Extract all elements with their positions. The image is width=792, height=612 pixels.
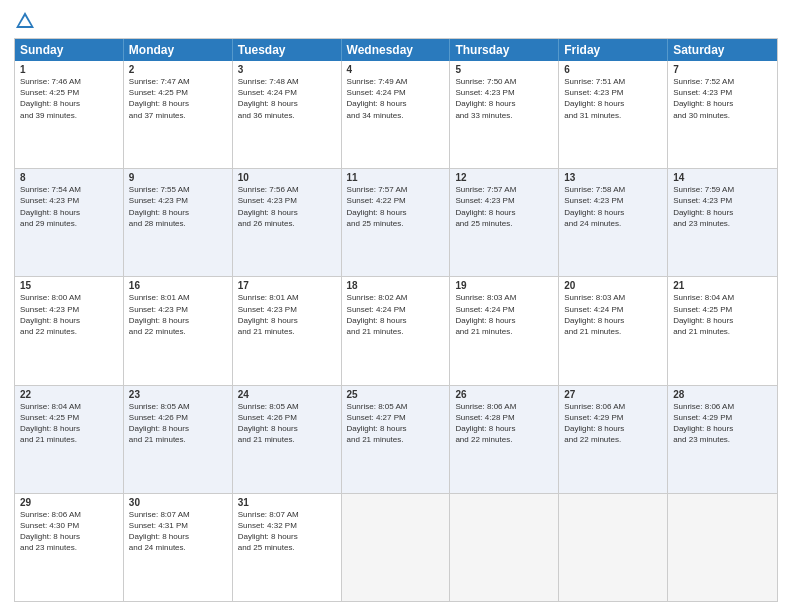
day-cell-25: 25Sunrise: 8:05 AM Sunset: 4:27 PM Dayli… <box>342 386 451 493</box>
day-info: Sunrise: 8:07 AM Sunset: 4:31 PM Dayligh… <box>129 509 227 554</box>
day-info: Sunrise: 8:07 AM Sunset: 4:32 PM Dayligh… <box>238 509 336 554</box>
day-info: Sunrise: 7:56 AM Sunset: 4:23 PM Dayligh… <box>238 184 336 229</box>
day-info: Sunrise: 7:50 AM Sunset: 4:23 PM Dayligh… <box>455 76 553 121</box>
day-info: Sunrise: 8:03 AM Sunset: 4:24 PM Dayligh… <box>455 292 553 337</box>
weekday-header-sunday: Sunday <box>15 39 124 61</box>
day-info: Sunrise: 8:05 AM Sunset: 4:27 PM Dayligh… <box>347 401 445 446</box>
day-cell-3: 3Sunrise: 7:48 AM Sunset: 4:24 PM Daylig… <box>233 61 342 168</box>
day-number: 5 <box>455 64 553 75</box>
day-number: 24 <box>238 389 336 400</box>
day-number: 3 <box>238 64 336 75</box>
day-cell-22: 22Sunrise: 8:04 AM Sunset: 4:25 PM Dayli… <box>15 386 124 493</box>
calendar-week-2: 8Sunrise: 7:54 AM Sunset: 4:23 PM Daylig… <box>15 169 777 277</box>
day-cell-31: 31Sunrise: 8:07 AM Sunset: 4:32 PM Dayli… <box>233 494 342 601</box>
day-number: 29 <box>20 497 118 508</box>
day-info: Sunrise: 8:01 AM Sunset: 4:23 PM Dayligh… <box>238 292 336 337</box>
calendar-week-5: 29Sunrise: 8:06 AM Sunset: 4:30 PM Dayli… <box>15 494 777 601</box>
day-info: Sunrise: 7:57 AM Sunset: 4:23 PM Dayligh… <box>455 184 553 229</box>
day-cell-16: 16Sunrise: 8:01 AM Sunset: 4:23 PM Dayli… <box>124 277 233 384</box>
empty-cell-4-6 <box>668 494 777 601</box>
day-number: 31 <box>238 497 336 508</box>
day-cell-10: 10Sunrise: 7:56 AM Sunset: 4:23 PM Dayli… <box>233 169 342 276</box>
day-number: 10 <box>238 172 336 183</box>
day-cell-29: 29Sunrise: 8:06 AM Sunset: 4:30 PM Dayli… <box>15 494 124 601</box>
day-cell-21: 21Sunrise: 8:04 AM Sunset: 4:25 PM Dayli… <box>668 277 777 384</box>
day-number: 27 <box>564 389 662 400</box>
day-number: 2 <box>129 64 227 75</box>
day-info: Sunrise: 7:58 AM Sunset: 4:23 PM Dayligh… <box>564 184 662 229</box>
day-cell-7: 7Sunrise: 7:52 AM Sunset: 4:23 PM Daylig… <box>668 61 777 168</box>
day-number: 9 <box>129 172 227 183</box>
day-info: Sunrise: 7:51 AM Sunset: 4:23 PM Dayligh… <box>564 76 662 121</box>
weekday-header-tuesday: Tuesday <box>233 39 342 61</box>
day-number: 25 <box>347 389 445 400</box>
day-info: Sunrise: 8:01 AM Sunset: 4:23 PM Dayligh… <box>129 292 227 337</box>
day-info: Sunrise: 7:52 AM Sunset: 4:23 PM Dayligh… <box>673 76 772 121</box>
weekday-header-friday: Friday <box>559 39 668 61</box>
day-cell-2: 2Sunrise: 7:47 AM Sunset: 4:25 PM Daylig… <box>124 61 233 168</box>
day-cell-18: 18Sunrise: 8:02 AM Sunset: 4:24 PM Dayli… <box>342 277 451 384</box>
day-info: Sunrise: 7:54 AM Sunset: 4:23 PM Dayligh… <box>20 184 118 229</box>
calendar-week-4: 22Sunrise: 8:04 AM Sunset: 4:25 PM Dayli… <box>15 386 777 494</box>
calendar-header: SundayMondayTuesdayWednesdayThursdayFrid… <box>15 39 777 61</box>
day-cell-11: 11Sunrise: 7:57 AM Sunset: 4:22 PM Dayli… <box>342 169 451 276</box>
day-info: Sunrise: 8:03 AM Sunset: 4:24 PM Dayligh… <box>564 292 662 337</box>
day-number: 15 <box>20 280 118 291</box>
logo <box>14 10 40 32</box>
day-number: 12 <box>455 172 553 183</box>
day-number: 1 <box>20 64 118 75</box>
day-cell-24: 24Sunrise: 8:05 AM Sunset: 4:26 PM Dayli… <box>233 386 342 493</box>
day-cell-23: 23Sunrise: 8:05 AM Sunset: 4:26 PM Dayli… <box>124 386 233 493</box>
day-info: Sunrise: 7:57 AM Sunset: 4:22 PM Dayligh… <box>347 184 445 229</box>
day-cell-15: 15Sunrise: 8:00 AM Sunset: 4:23 PM Dayli… <box>15 277 124 384</box>
calendar: SundayMondayTuesdayWednesdayThursdayFrid… <box>14 38 778 602</box>
weekday-header-monday: Monday <box>124 39 233 61</box>
day-cell-30: 30Sunrise: 8:07 AM Sunset: 4:31 PM Dayli… <box>124 494 233 601</box>
day-info: Sunrise: 8:02 AM Sunset: 4:24 PM Dayligh… <box>347 292 445 337</box>
day-cell-5: 5Sunrise: 7:50 AM Sunset: 4:23 PM Daylig… <box>450 61 559 168</box>
empty-cell-4-3 <box>342 494 451 601</box>
calendar-week-1: 1Sunrise: 7:46 AM Sunset: 4:25 PM Daylig… <box>15 61 777 169</box>
weekday-header-saturday: Saturday <box>668 39 777 61</box>
day-cell-26: 26Sunrise: 8:06 AM Sunset: 4:28 PM Dayli… <box>450 386 559 493</box>
day-info: Sunrise: 7:55 AM Sunset: 4:23 PM Dayligh… <box>129 184 227 229</box>
day-info: Sunrise: 7:46 AM Sunset: 4:25 PM Dayligh… <box>20 76 118 121</box>
day-cell-19: 19Sunrise: 8:03 AM Sunset: 4:24 PM Dayli… <box>450 277 559 384</box>
day-number: 8 <box>20 172 118 183</box>
day-info: Sunrise: 8:04 AM Sunset: 4:25 PM Dayligh… <box>673 292 772 337</box>
day-info: Sunrise: 8:04 AM Sunset: 4:25 PM Dayligh… <box>20 401 118 446</box>
logo-icon <box>14 10 36 32</box>
day-number: 13 <box>564 172 662 183</box>
day-info: Sunrise: 8:00 AM Sunset: 4:23 PM Dayligh… <box>20 292 118 337</box>
day-number: 11 <box>347 172 445 183</box>
day-number: 21 <box>673 280 772 291</box>
day-number: 23 <box>129 389 227 400</box>
day-cell-13: 13Sunrise: 7:58 AM Sunset: 4:23 PM Dayli… <box>559 169 668 276</box>
day-info: Sunrise: 7:59 AM Sunset: 4:23 PM Dayligh… <box>673 184 772 229</box>
day-number: 20 <box>564 280 662 291</box>
day-cell-20: 20Sunrise: 8:03 AM Sunset: 4:24 PM Dayli… <box>559 277 668 384</box>
day-info: Sunrise: 7:48 AM Sunset: 4:24 PM Dayligh… <box>238 76 336 121</box>
weekday-header-wednesday: Wednesday <box>342 39 451 61</box>
day-cell-14: 14Sunrise: 7:59 AM Sunset: 4:23 PM Dayli… <box>668 169 777 276</box>
header <box>14 10 778 32</box>
day-info: Sunrise: 8:06 AM Sunset: 4:30 PM Dayligh… <box>20 509 118 554</box>
day-number: 18 <box>347 280 445 291</box>
day-info: Sunrise: 8:05 AM Sunset: 4:26 PM Dayligh… <box>238 401 336 446</box>
calendar-week-3: 15Sunrise: 8:00 AM Sunset: 4:23 PM Dayli… <box>15 277 777 385</box>
day-cell-8: 8Sunrise: 7:54 AM Sunset: 4:23 PM Daylig… <box>15 169 124 276</box>
day-number: 30 <box>129 497 227 508</box>
day-number: 14 <box>673 172 772 183</box>
page: SundayMondayTuesdayWednesdayThursdayFrid… <box>0 0 792 612</box>
day-number: 16 <box>129 280 227 291</box>
day-info: Sunrise: 7:47 AM Sunset: 4:25 PM Dayligh… <box>129 76 227 121</box>
day-number: 7 <box>673 64 772 75</box>
day-cell-12: 12Sunrise: 7:57 AM Sunset: 4:23 PM Dayli… <box>450 169 559 276</box>
weekday-header-thursday: Thursday <box>450 39 559 61</box>
day-number: 22 <box>20 389 118 400</box>
day-cell-28: 28Sunrise: 8:06 AM Sunset: 4:29 PM Dayli… <box>668 386 777 493</box>
empty-cell-4-4 <box>450 494 559 601</box>
day-info: Sunrise: 7:49 AM Sunset: 4:24 PM Dayligh… <box>347 76 445 121</box>
day-cell-17: 17Sunrise: 8:01 AM Sunset: 4:23 PM Dayli… <box>233 277 342 384</box>
day-number: 6 <box>564 64 662 75</box>
